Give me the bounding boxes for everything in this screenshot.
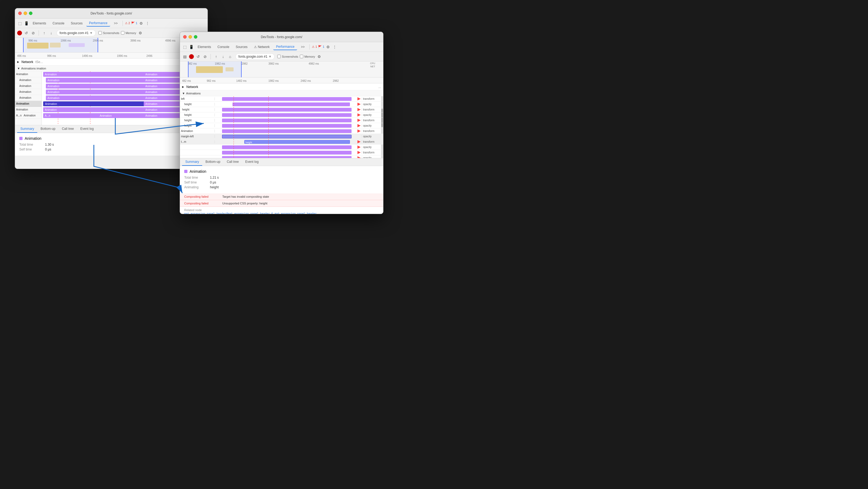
summary-tab-eventlog-2[interactable]: Event log <box>242 158 262 166</box>
right-row-8[interactable]: margin-left opacity <box>180 134 383 139</box>
inspect-icon-1[interactable]: ⬚ <box>17 21 23 26</box>
inspect-icon-2[interactable]: ⬚ <box>182 44 187 50</box>
right-bar-area-2[interactable] <box>215 102 362 107</box>
warning-badge-2[interactable]: ⚠ 1 <box>312 45 317 49</box>
right-bar-2[interactable] <box>232 102 350 106</box>
timeline-minimap-1[interactable]: 996 ms 1996 ms 2996 ms 3996 ms 4996 ms <box>15 38 208 53</box>
right-bar-area-7[interactable] <box>215 128 362 133</box>
flag-badge-2[interactable]: 🚩 1 <box>318 45 324 49</box>
settings-icon-4[interactable]: ⚙ <box>317 54 322 59</box>
right-bar-3[interactable] <box>222 108 351 112</box>
tab-more-1[interactable]: >> <box>111 20 120 26</box>
screenshots-checkbox-2[interactable]: Screenshots <box>277 55 298 58</box>
right-bar-area-8[interactable] <box>215 134 362 139</box>
minimap-selection-1[interactable] <box>23 38 98 52</box>
url-input-2[interactable]: fonts.google.com #1 ▼ <box>236 53 275 60</box>
clear-icon-1[interactable]: ⊘ <box>31 30 36 36</box>
upload-icon-1[interactable]: ↑ <box>41 30 47 36</box>
right-row-9[interactable]: t...m height transform <box>180 139 383 145</box>
tab-more-2[interactable]: >> <box>298 44 307 50</box>
tab-sources-2[interactable]: Sources <box>233 44 250 50</box>
maximize-button-1[interactable] <box>29 11 32 15</box>
right-bar-area-11[interactable] <box>215 150 362 155</box>
right-bar-4[interactable] <box>222 113 351 117</box>
tab-console-1[interactable]: Console <box>50 20 67 26</box>
close-button-2[interactable] <box>183 35 187 39</box>
tab-elements-2[interactable]: Elements <box>195 44 214 50</box>
right-bar-area-3[interactable] <box>215 107 362 112</box>
device-icon-2[interactable]: 📱 <box>188 44 194 50</box>
summary-tab-summary-2[interactable]: Summary <box>182 158 202 166</box>
minimize-button-2[interactable] <box>188 35 192 39</box>
summary-tab-calltree-2[interactable]: Call tree <box>224 158 242 166</box>
right-bar-area-12[interactable] <box>215 155 362 158</box>
close-button-1[interactable] <box>18 11 22 15</box>
record-button-1[interactable] <box>17 31 22 35</box>
sidebar-icon-2[interactable]: ▤ <box>182 54 187 59</box>
settings-icon-2[interactable]: ⚙ <box>138 30 143 36</box>
screenshots-checkbox-1[interactable]: Screenshots <box>98 31 119 35</box>
animations-toggle-2[interactable]: ▼ <box>182 92 185 95</box>
related-node-link[interactable]: mat-expansion-panel-header#mat-expansion… <box>184 212 379 214</box>
mm2-selection[interactable] <box>188 61 242 77</box>
dropdown-icon-2[interactable]: ▼ <box>269 55 272 59</box>
right-bar-area-1[interactable] <box>215 96 362 101</box>
right-bar-area-10[interactable] <box>215 145 362 150</box>
timeline-minimap-2[interactable]: CPU NET 982 ms 1982 ms 2982 3982 ms 4982… <box>180 61 383 78</box>
right-bar-9-selected[interactable]: height <box>244 140 350 144</box>
memory-checkbox-2[interactable]: Memory <box>300 55 315 58</box>
tab-sources-1[interactable]: Sources <box>68 20 85 26</box>
menu-icon-2[interactable]: ⋮ <box>332 44 337 50</box>
summary-tab-bottomup-1[interactable]: Bottom-up <box>37 125 58 133</box>
right-bar-12[interactable] <box>222 156 351 158</box>
animations-toggle-1[interactable]: ▼ <box>17 67 20 70</box>
ruler-1996: 1996 ms <box>117 55 127 57</box>
summary-tab-bottomup-2[interactable]: Bottom-up <box>202 158 223 166</box>
minimize-button-1[interactable] <box>24 11 27 15</box>
summary-tab-calltree-1[interactable]: Call tree <box>59 125 77 133</box>
warning-badge-1[interactable]: ⚠ 2 <box>125 22 130 25</box>
right-bar-7[interactable] <box>222 129 351 133</box>
reload-icon-2[interactable]: ↺ <box>195 54 201 59</box>
right-bar-area-9[interactable]: height <box>215 139 362 144</box>
menu-icon-1[interactable]: ⋮ <box>145 21 150 26</box>
right-bar-10[interactable] <box>222 145 351 149</box>
clear-icon-2[interactable]: ⊘ <box>203 54 208 59</box>
network-toggle-1[interactable]: ▶ <box>17 60 19 63</box>
url-input-1[interactable]: fonts.google.com #1 ▼ <box>57 30 96 36</box>
tab-console-2[interactable]: Console <box>215 44 232 50</box>
network-section-1: ▶ Network tSe... <box>15 59 208 65</box>
right-bar-area-4[interactable] <box>215 112 362 118</box>
settings-icon-1[interactable]: ⚙ <box>138 21 144 26</box>
track-label-row-selected[interactable]: Animation <box>15 101 41 107</box>
tab-elements-1[interactable]: Elements <box>30 20 49 26</box>
right-bar-1[interactable] <box>222 97 351 101</box>
track-label-row-5: Animation <box>15 95 41 101</box>
tab-performance-1[interactable]: Performance <box>86 20 110 27</box>
right-bar-8-selected[interactable] <box>222 135 351 139</box>
maximize-button-2[interactable] <box>194 35 197 39</box>
reload-icon-1[interactable]: ↺ <box>24 30 29 36</box>
memory-checkbox-1[interactable]: Memory <box>121 31 136 35</box>
network-toggle-2[interactable]: ▶ <box>182 85 184 88</box>
ruler2-982: 982 ms <box>207 80 216 82</box>
right-bar-11[interactable] <box>222 151 351 154</box>
download-icon-1[interactable]: ↓ <box>49 30 54 36</box>
home-icon-2[interactable]: ⌂ <box>227 54 233 59</box>
right-bar-5[interactable] <box>222 119 351 122</box>
right-bar-area-5[interactable] <box>215 118 362 123</box>
summary-tab-summary-1[interactable]: Summary <box>17 125 37 133</box>
flag-badge-1[interactable]: 🚩 1 <box>131 22 137 25</box>
summary-tab-eventlog-1[interactable]: Event log <box>77 125 97 133</box>
right-bar-area-6[interactable] <box>215 123 362 128</box>
tab-network-2[interactable]: ⚠ Network <box>251 44 272 50</box>
tab-performance-2[interactable]: Performance <box>273 44 297 50</box>
dropdown-icon-1[interactable]: ▼ <box>90 31 93 35</box>
overflow-12 <box>358 156 361 158</box>
right-bar-6[interactable] <box>222 124 351 128</box>
upload-icon-2[interactable]: ↑ <box>213 54 219 59</box>
device-icon-1[interactable]: 📱 <box>24 21 29 26</box>
settings-icon-3[interactable]: ⚙ <box>326 44 331 50</box>
record-button-2[interactable] <box>189 54 194 59</box>
download-icon-2[interactable]: ↓ <box>220 54 226 59</box>
